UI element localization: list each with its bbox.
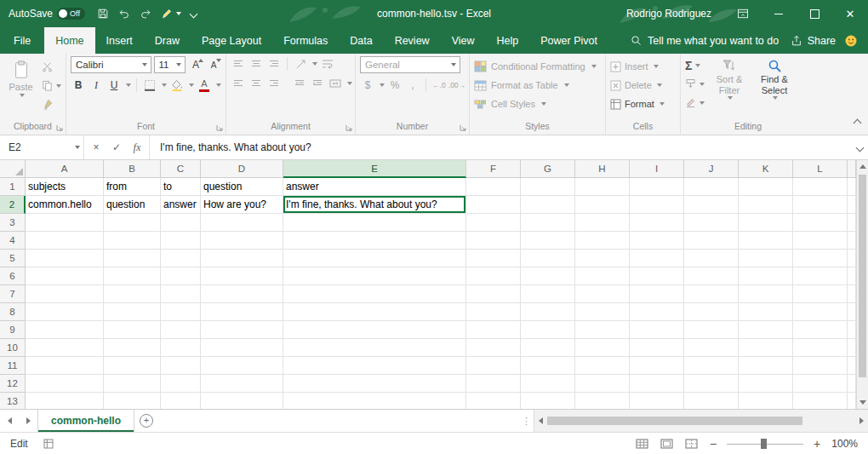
column-header-K[interactable]: K: [739, 160, 793, 178]
minimize-button[interactable]: [761, 0, 797, 27]
cell-overflow[interactable]: [848, 357, 856, 375]
cell-B3[interactable]: [104, 214, 161, 232]
cell-B8[interactable]: [104, 303, 161, 321]
select-all-button[interactable]: [0, 160, 26, 178]
align-left-button[interactable]: [231, 76, 246, 91]
column-header-L[interactable]: L: [793, 160, 848, 178]
font-size-select[interactable]: 11: [154, 56, 186, 73]
row-header-10[interactable]: 10: [0, 339, 26, 357]
cell-C11[interactable]: [161, 357, 201, 375]
enter-button[interactable]: ✓: [106, 141, 127, 153]
row-header-13[interactable]: 13: [0, 393, 26, 409]
cell-D4[interactable]: [201, 232, 283, 250]
cell-E10[interactable]: [283, 339, 466, 357]
alignment-dialog-launcher[interactable]: [345, 124, 353, 132]
cell-overflow[interactable]: [848, 232, 856, 250]
column-header-G[interactable]: G: [521, 160, 575, 178]
cell-L4[interactable]: [793, 232, 848, 250]
cell-J13[interactable]: [684, 393, 739, 409]
cell-C6[interactable]: [161, 267, 201, 285]
cell-J5[interactable]: [684, 250, 739, 267]
cell-E3[interactable]: [283, 214, 466, 232]
cell-D13[interactable]: [201, 393, 283, 409]
font-name-select[interactable]: Calibri: [71, 56, 151, 73]
cell-F8[interactable]: [466, 303, 521, 321]
cell-overflow[interactable]: [848, 339, 856, 357]
cell-E6[interactable]: [283, 267, 466, 285]
cell-I9[interactable]: [630, 321, 684, 339]
cell-I5[interactable]: [630, 250, 684, 267]
cell-L2[interactable]: [793, 196, 848, 214]
feedback-smiley-button[interactable]: [844, 27, 858, 54]
column-header-I[interactable]: I: [630, 160, 684, 178]
row-header-7[interactable]: 7: [0, 285, 26, 303]
percent-style-button[interactable]: %: [387, 78, 403, 93]
vertical-scrollbar[interactable]: [856, 160, 868, 409]
vertical-scroll-thumb[interactable]: [859, 175, 866, 377]
cell-F2[interactable]: [466, 196, 521, 214]
cell-E9[interactable]: [283, 321, 466, 339]
sheet-tab-common-hello[interactable]: common-hello: [37, 410, 134, 432]
cell-G12[interactable]: [521, 375, 575, 393]
tab-insert[interactable]: Insert: [95, 27, 144, 54]
fill-button[interactable]: [685, 77, 705, 91]
font-dialog-launcher[interactable]: [215, 124, 224, 132]
accounting-format-button[interactable]: $: [360, 78, 375, 93]
cell-K13[interactable]: [739, 393, 793, 409]
cell-overflow[interactable]: [848, 267, 856, 285]
cell-I10[interactable]: [630, 339, 684, 357]
close-button[interactable]: ✕: [832, 0, 868, 27]
cell-B12[interactable]: [104, 375, 161, 393]
cell-L7[interactable]: [793, 285, 848, 303]
cell-I7[interactable]: [630, 285, 684, 303]
tab-review[interactable]: Review: [384, 27, 441, 54]
cell-K1[interactable]: [739, 178, 793, 196]
cell-E11[interactable]: [283, 357, 466, 375]
format-as-table-button[interactable]: Format as Table: [474, 77, 601, 94]
tab-draw[interactable]: Draw: [144, 27, 191, 54]
cell-D1[interactable]: question: [201, 178, 283, 196]
increase-indent-button[interactable]: [310, 76, 325, 91]
tab-power-pivot[interactable]: Power Pivot: [529, 27, 608, 54]
row-header-1[interactable]: 1: [0, 178, 26, 196]
insert-cells-button[interactable]: Insert: [610, 58, 676, 75]
underline-button[interactable]: U: [106, 78, 122, 93]
autosum-button[interactable]: Σ: [685, 58, 705, 72]
number-format-select[interactable]: General: [360, 56, 460, 73]
delete-cells-button[interactable]: Delete: [610, 77, 676, 94]
cell-H8[interactable]: [575, 303, 630, 321]
column-header-A[interactable]: A: [26, 160, 104, 178]
sheet-nav-next-button[interactable]: [19, 410, 37, 432]
cell-B11[interactable]: [104, 357, 161, 375]
cell-E7[interactable]: [283, 285, 466, 303]
sort-filter-button[interactable]: Sort & Filter: [709, 56, 750, 120]
cell-C1[interactable]: to: [161, 178, 201, 196]
cell-L3[interactable]: [793, 214, 848, 232]
align-center-button[interactable]: [248, 76, 264, 91]
cell-G1[interactable]: [521, 178, 575, 196]
tab-home[interactable]: Home: [44, 27, 94, 54]
cell-overflow[interactable]: [848, 214, 856, 232]
wrap-text-button[interactable]: [320, 56, 335, 72]
cell-I2[interactable]: [630, 196, 684, 214]
column-header-D[interactable]: D: [201, 160, 283, 178]
increase-decimal-button[interactable]: ←.0: [431, 78, 447, 93]
cell-I4[interactable]: [630, 232, 684, 250]
decrease-indent-button[interactable]: [292, 76, 307, 91]
tell-me-search[interactable]: Tell me what you want to do: [631, 27, 779, 54]
row-header-5[interactable]: 5: [0, 250, 26, 267]
tab-page-layout[interactable]: Page Layout: [191, 27, 272, 54]
formula-input[interactable]: I'm fine, thanks. What about you?: [150, 135, 851, 159]
cell-F3[interactable]: [466, 214, 521, 232]
cell-J11[interactable]: [684, 357, 739, 375]
cell-K5[interactable]: [739, 250, 793, 267]
collapse-ribbon-button[interactable]: [854, 114, 860, 129]
cell-H2[interactable]: [575, 196, 630, 214]
column-header-C[interactable]: C: [161, 160, 201, 178]
column-header-B[interactable]: B: [104, 160, 161, 178]
bold-button[interactable]: B: [71, 78, 86, 93]
cell-overflow[interactable]: [848, 250, 856, 267]
cell-E5[interactable]: [283, 250, 466, 267]
tab-formulas[interactable]: Formulas: [272, 27, 339, 54]
cell-overflow[interactable]: [848, 375, 856, 393]
